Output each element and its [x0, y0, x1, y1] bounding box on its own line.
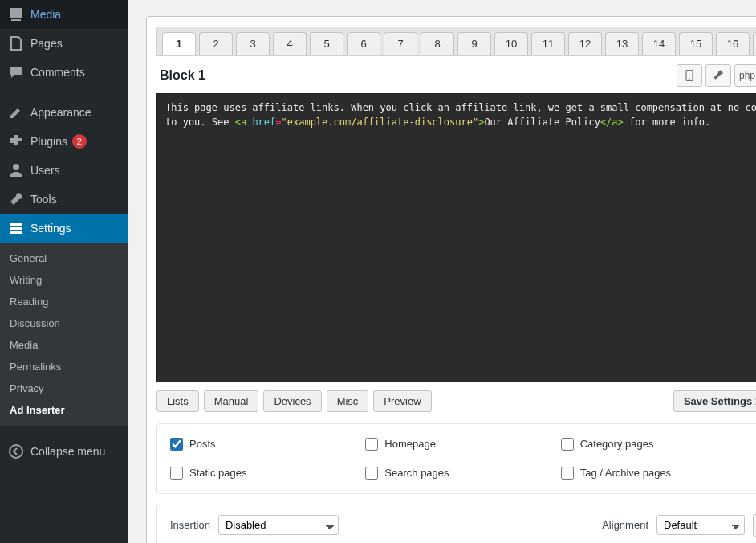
menu-settings[interactable]: Settings [0, 214, 128, 243]
tab-6[interactable]: 6 [347, 32, 380, 55]
menu-plugins[interactable]: Plugins 2 [0, 127, 128, 156]
svg-point-4 [10, 445, 22, 458]
check-homepage[interactable]: Homepage [365, 438, 560, 451]
tag-checkbox[interactable] [561, 467, 574, 480]
devices-button[interactable]: Devices [263, 390, 321, 412]
editor-text-post: for more info. [624, 116, 710, 128]
wrench-icon [712, 69, 725, 82]
search-checkbox[interactable] [365, 467, 378, 480]
block-title: Block 1 [160, 68, 205, 83]
check-label: Posts [189, 438, 216, 450]
tab-13[interactable]: 13 [605, 32, 639, 55]
check-label: Tag / Archive pages [580, 467, 671, 479]
menu-media[interactable]: Media [0, 0, 128, 29]
misc-button[interactable]: Misc [327, 390, 369, 412]
submenu-media[interactable]: Media [0, 334, 128, 356]
submenu-discussion[interactable]: Discussion [0, 312, 128, 334]
menu-label: Media [30, 8, 61, 21]
tools-icon [8, 191, 24, 207]
lists-button[interactable]: Lists [156, 390, 199, 412]
menu-appearance[interactable]: Appearance [0, 98, 128, 127]
menu-tools[interactable]: Tools [0, 185, 128, 214]
submenu-permalinks[interactable]: Permalinks [0, 356, 128, 378]
editor-string: "example.com/affiliate-disclosure" [282, 116, 479, 128]
check-static[interactable]: Static pages [170, 467, 365, 480]
tab-1[interactable]: 1 [162, 32, 196, 55]
menu-pages[interactable]: Pages [0, 29, 128, 58]
users-icon [8, 162, 24, 178]
editor-attr: href [246, 116, 275, 128]
collapse-label: Collapse menu [30, 445, 105, 458]
tab-16[interactable]: 16 [716, 32, 750, 55]
check-label: Homepage [384, 438, 436, 450]
homepage-checkbox[interactable] [365, 438, 378, 451]
insertion-label: Insertion [170, 519, 210, 531]
media-icon [8, 6, 24, 22]
submenu-ad-inserter[interactable]: Ad Inserter [0, 399, 128, 421]
menu-users[interactable]: Users [0, 156, 128, 185]
php-toggle-button[interactable]: php [734, 64, 756, 87]
alignment-select[interactable]: Default [656, 515, 745, 535]
alignment-preview-button[interactable] [753, 514, 756, 537]
submenu-general[interactable]: General [0, 247, 128, 269]
submenu-writing[interactable]: Writing [0, 269, 128, 291]
ad-inserter-panel: 1 2 3 4 5 6 7 8 9 10 11 12 13 14 15 16 B… [146, 16, 756, 543]
tab-9[interactable]: 9 [457, 32, 491, 55]
check-search[interactable]: Search pages [365, 467, 560, 480]
tab-11[interactable]: 11 [531, 32, 565, 55]
tools-button[interactable] [705, 64, 731, 87]
tab-3[interactable]: 3 [236, 32, 270, 55]
tab-settings-gear[interactable] [753, 32, 756, 55]
submenu-privacy[interactable]: Privacy [0, 378, 128, 399]
preview-button[interactable]: Preview [373, 390, 431, 412]
appearance-icon [8, 104, 24, 120]
menu-label: Settings [30, 222, 71, 235]
device-preview-button[interactable] [677, 64, 702, 87]
tab-14[interactable]: 14 [642, 32, 676, 55]
editor-eq: = [275, 116, 281, 128]
manual-button[interactable]: Manual [204, 390, 259, 412]
check-label: Static pages [189, 467, 247, 479]
editor-linktext: Our Affiliate Policy [484, 116, 600, 128]
admin-sidebar: Media Pages Comments Appearance Plugins … [0, 0, 128, 543]
insertion-row: Insertion Disabled Alignment Default [156, 504, 756, 543]
insertion-select[interactable]: Disabled [218, 515, 339, 535]
collapse-menu[interactable]: Collapse menu [0, 437, 128, 466]
tab-8[interactable]: 8 [421, 32, 454, 55]
category-checkbox[interactable] [561, 438, 574, 451]
collapse-icon [8, 443, 24, 459]
svg-rect-2 [10, 227, 22, 230]
check-category[interactable]: Category pages [561, 438, 756, 451]
placement-checks: Posts Homepage Category pages Static pag… [156, 423, 756, 494]
posts-checkbox[interactable] [170, 438, 183, 451]
menu-label: Users [30, 164, 60, 177]
check-label: Category pages [580, 438, 654, 450]
plugins-badge: 2 [72, 134, 87, 149]
check-tag[interactable]: Tag / Archive pages [561, 467, 756, 480]
menu-label: Pages [30, 37, 63, 50]
submenu-reading[interactable]: Reading [0, 291, 128, 312]
tab-10[interactable]: 10 [494, 32, 528, 55]
settings-submenu: General Writing Reading Discussion Media… [0, 243, 128, 426]
tab-2[interactable]: 2 [199, 32, 233, 55]
check-posts[interactable]: Posts [170, 438, 365, 451]
tab-4[interactable]: 4 [273, 32, 307, 55]
tablet-icon [683, 69, 696, 82]
editor-tag-close: </a> [600, 116, 624, 128]
tab-15[interactable]: 15 [679, 32, 713, 55]
static-checkbox[interactable] [170, 467, 183, 480]
menu-label: Tools [30, 193, 57, 206]
alignment-label: Alignment [602, 519, 648, 531]
tab-7[interactable]: 7 [384, 32, 417, 55]
comments-icon [8, 64, 24, 80]
code-editor[interactable]: This page uses affiliate links. When you… [156, 93, 756, 382]
menu-label: Comments [30, 66, 85, 79]
tab-5[interactable]: 5 [310, 32, 343, 55]
tab-12[interactable]: 12 [568, 32, 602, 55]
settings-icon [8, 220, 24, 236]
pages-icon [8, 35, 24, 51]
save-settings-button[interactable]: Save Settings 1 - 16 [673, 390, 756, 412]
plugins-icon [8, 133, 24, 149]
svg-point-6 [689, 79, 690, 80]
menu-comments[interactable]: Comments [0, 58, 128, 87]
